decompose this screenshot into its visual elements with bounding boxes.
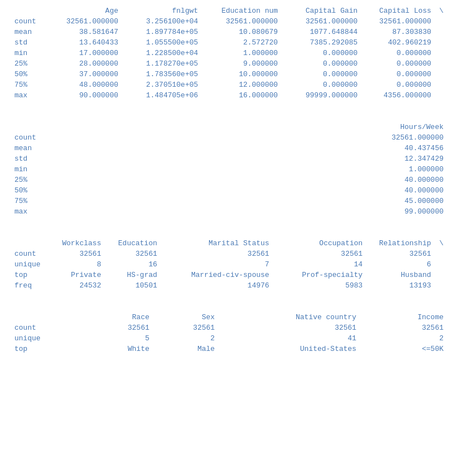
header-backslash-1: \	[435, 6, 447, 16]
header-sex: Sex	[153, 312, 218, 323]
table-row: 25% 40.000000	[11, 175, 447, 185]
stats-table-3: Workclass Education Marital Status Occup…	[11, 238, 447, 291]
table-row: 75% 45.000000	[11, 196, 447, 206]
header-age: Age	[48, 6, 122, 16]
header-capital-loss: Capital Loss	[361, 6, 435, 16]
page-content: Age fnlgwt Education num Capital Gain Ca…	[11, 6, 447, 354]
header-marital-status: Marital Status	[173, 238, 272, 249]
table-row: min 1.000000	[11, 164, 447, 175]
table-row: min 17.000000 1.228500e+04 1.000000 0.00…	[11, 48, 447, 58]
table-row: mean 40.437456	[11, 143, 447, 153]
table-row: unique 8 16 7 14 6	[11, 259, 447, 270]
table-row: count 32561.000000 3.256100e+04 32561.00…	[11, 16, 447, 27]
header-empty-4	[11, 312, 77, 323]
table-row: count 32561 32561 32561 32561 32561	[11, 249, 447, 259]
header-empty-2	[11, 122, 149, 132]
header-relationship: Relationship	[366, 238, 434, 249]
table-row: 50% 40.000000	[11, 185, 447, 196]
section-gap-2	[11, 228, 447, 238]
header-capital-gain: Capital Gain	[281, 6, 361, 16]
header-gap1	[161, 238, 173, 249]
header-backslash-3: \	[435, 238, 447, 249]
table-row: count 32561.000000	[11, 132, 447, 143]
section-gap-3	[11, 302, 447, 312]
header-race: Race	[77, 312, 153, 323]
table-row: 50% 37.000000 1.783560e+05 10.000000 0.0…	[11, 69, 447, 80]
stats-table-2: Hours/Week count 32561.000000 mean 40.43…	[11, 122, 447, 217]
header-education: Education	[104, 238, 161, 249]
header-workclass: Workclass	[48, 238, 104, 249]
table-row: mean 38.581647 1.897784e+05 10.080679 10…	[11, 27, 447, 37]
header-income: Income	[360, 312, 447, 323]
header-empty-3	[11, 238, 48, 249]
table-row: max 99.000000	[11, 206, 447, 217]
header-education-num: Education num	[201, 6, 281, 16]
table-row: top White Male United-States <=50K	[11, 344, 447, 354]
header-empty	[11, 6, 48, 16]
header-occupation: Occupation	[285, 238, 366, 249]
table-row: std 13.640433 1.055500e+05 2.572720 7385…	[11, 37, 447, 48]
table-row: count 32561 32561 32561 32561	[11, 323, 447, 333]
stats-table-4: Race Sex Native country Income count 325…	[11, 312, 447, 354]
table-row: 25% 28.000000 1.178270e+05 9.000000 0.00…	[11, 58, 447, 69]
header-native-country: Native country	[218, 312, 360, 323]
header-hours-week: Hours/Week	[149, 122, 447, 132]
stats-table-1: Age fnlgwt Education num Capital Gain Ca…	[11, 6, 447, 101]
header-fnlgwt: fnlgwt	[122, 6, 202, 16]
table-row: 75% 48.000000 2.370510e+05 12.000000 0.0…	[11, 80, 447, 90]
table-row: max 90.000000 1.484705e+06 16.000000 999…	[11, 90, 447, 101]
table-row: std 12.347429	[11, 153, 447, 164]
table-row: freq 24532 10501 14976 5983 13193	[11, 280, 447, 291]
table-row: unique 5 2 41 2	[11, 333, 447, 344]
section-gap-1	[11, 112, 447, 122]
header-gap2	[272, 238, 285, 249]
table-row: top Private HS-grad Married-civ-spouse P…	[11, 270, 447, 280]
